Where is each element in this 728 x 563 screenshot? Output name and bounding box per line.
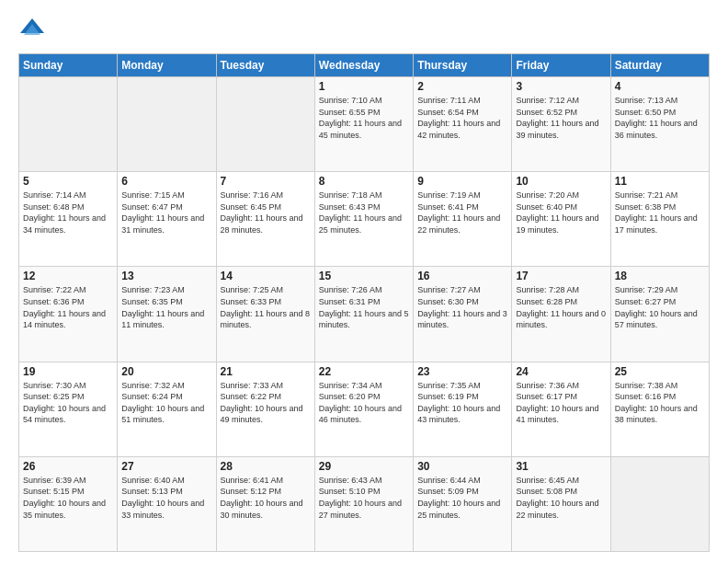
calendar-day-cell: 7Sunrise: 7:16 AM Sunset: 6:45 PM Daylig… <box>216 172 314 267</box>
day-number: 20 <box>121 365 211 378</box>
day-number: 22 <box>319 365 409 378</box>
day-info: Sunrise: 7:36 AM Sunset: 6:17 PM Dayligh… <box>516 380 606 426</box>
calendar-day-cell <box>216 77 314 172</box>
weekday-header-wednesday: Wednesday <box>314 54 413 77</box>
day-info: Sunrise: 6:40 AM Sunset: 5:13 PM Dayligh… <box>121 475 211 521</box>
weekday-header-sunday: Sunday <box>19 54 118 77</box>
calendar-day-cell: 3Sunrise: 7:12 AM Sunset: 6:52 PM Daylig… <box>512 77 610 172</box>
day-info: Sunrise: 7:29 AM Sunset: 6:27 PM Dayligh… <box>615 284 705 330</box>
day-info: Sunrise: 6:43 AM Sunset: 5:10 PM Dayligh… <box>319 475 409 521</box>
calendar-week-row: 19Sunrise: 7:30 AM Sunset: 6:25 PM Dayli… <box>19 362 710 456</box>
day-number: 11 <box>615 175 705 188</box>
day-number: 24 <box>516 365 606 378</box>
weekday-header-friday: Friday <box>512 54 610 77</box>
day-info: Sunrise: 7:23 AM Sunset: 6:35 PM Dayligh… <box>121 284 211 330</box>
calendar-day-cell: 1Sunrise: 7:10 AM Sunset: 6:55 PM Daylig… <box>314 77 413 172</box>
day-number: 18 <box>615 270 705 282</box>
day-number: 3 <box>516 80 606 93</box>
calendar-day-cell: 14Sunrise: 7:25 AM Sunset: 6:33 PM Dayli… <box>216 267 314 362</box>
calendar-day-cell: 5Sunrise: 7:14 AM Sunset: 6:48 PM Daylig… <box>19 172 118 267</box>
calendar-day-cell: 9Sunrise: 7:19 AM Sunset: 6:41 PM Daylig… <box>414 172 512 267</box>
day-info: Sunrise: 7:15 AM Sunset: 6:47 PM Dayligh… <box>121 190 211 236</box>
day-number: 2 <box>417 80 507 93</box>
day-info: Sunrise: 7:35 AM Sunset: 6:19 PM Dayligh… <box>417 380 507 426</box>
calendar-day-cell: 13Sunrise: 7:23 AM Sunset: 6:35 PM Dayli… <box>118 267 216 362</box>
calendar-day-cell: 15Sunrise: 7:26 AM Sunset: 6:31 PM Dayli… <box>314 267 413 362</box>
day-number: 13 <box>121 270 211 282</box>
day-info: Sunrise: 7:32 AM Sunset: 6:24 PM Dayligh… <box>121 380 211 426</box>
calendar-day-cell: 18Sunrise: 7:29 AM Sunset: 6:27 PM Dayli… <box>610 267 709 362</box>
calendar-day-cell: 10Sunrise: 7:20 AM Sunset: 6:40 PM Dayli… <box>512 172 610 267</box>
day-number: 5 <box>23 175 113 188</box>
day-info: Sunrise: 6:45 AM Sunset: 5:08 PM Dayligh… <box>516 475 606 521</box>
day-number: 26 <box>23 460 113 473</box>
day-number: 7 <box>221 175 311 188</box>
day-number: 29 <box>319 460 409 473</box>
day-info: Sunrise: 7:21 AM Sunset: 6:38 PM Dayligh… <box>615 190 705 236</box>
day-info: Sunrise: 7:12 AM Sunset: 6:52 PM Dayligh… <box>516 95 606 141</box>
day-info: Sunrise: 7:11 AM Sunset: 6:54 PM Dayligh… <box>417 95 507 141</box>
day-number: 15 <box>319 270 409 282</box>
day-number: 8 <box>319 175 409 188</box>
calendar-day-cell: 20Sunrise: 7:32 AM Sunset: 6:24 PM Dayli… <box>118 362 216 456</box>
calendar-week-row: 5Sunrise: 7:14 AM Sunset: 6:48 PM Daylig… <box>19 172 710 267</box>
day-number: 10 <box>516 175 606 188</box>
weekday-header-monday: Monday <box>118 54 216 77</box>
calendar-day-cell: 16Sunrise: 7:27 AM Sunset: 6:30 PM Dayli… <box>414 267 512 362</box>
day-number: 25 <box>615 365 705 378</box>
day-info: Sunrise: 7:27 AM Sunset: 6:30 PM Dayligh… <box>417 284 507 330</box>
calendar-day-cell: 24Sunrise: 7:36 AM Sunset: 6:17 PM Dayli… <box>512 362 610 456</box>
calendar-week-row: 12Sunrise: 7:22 AM Sunset: 6:36 PM Dayli… <box>19 267 710 362</box>
calendar-day-cell: 21Sunrise: 7:33 AM Sunset: 6:22 PM Dayli… <box>216 362 314 456</box>
day-info: Sunrise: 7:38 AM Sunset: 6:16 PM Dayligh… <box>615 380 705 426</box>
day-info: Sunrise: 7:22 AM Sunset: 6:36 PM Dayligh… <box>23 284 113 330</box>
day-info: Sunrise: 7:25 AM Sunset: 6:33 PM Dayligh… <box>221 284 311 330</box>
calendar-day-cell: 8Sunrise: 7:18 AM Sunset: 6:43 PM Daylig… <box>314 172 413 267</box>
calendar-day-cell: 29Sunrise: 6:43 AM Sunset: 5:10 PM Dayli… <box>314 456 413 551</box>
day-info: Sunrise: 7:20 AM Sunset: 6:40 PM Dayligh… <box>516 190 606 236</box>
day-info: Sunrise: 7:28 AM Sunset: 6:28 PM Dayligh… <box>516 284 606 330</box>
weekday-header-saturday: Saturday <box>610 54 709 77</box>
calendar-day-cell <box>610 456 709 551</box>
calendar-day-cell: 26Sunrise: 6:39 AM Sunset: 5:15 PM Dayli… <box>19 456 118 551</box>
day-info: Sunrise: 7:33 AM Sunset: 6:22 PM Dayligh… <box>221 380 311 426</box>
calendar-day-cell: 6Sunrise: 7:15 AM Sunset: 6:47 PM Daylig… <box>118 172 216 267</box>
day-info: Sunrise: 7:16 AM Sunset: 6:45 PM Dayligh… <box>221 190 311 236</box>
day-number: 30 <box>417 460 507 473</box>
calendar-day-cell: 30Sunrise: 6:44 AM Sunset: 5:09 PM Dayli… <box>414 456 512 551</box>
day-number: 28 <box>221 460 311 473</box>
day-info: Sunrise: 6:39 AM Sunset: 5:15 PM Dayligh… <box>23 475 113 521</box>
day-number: 27 <box>121 460 211 473</box>
day-info: Sunrise: 6:41 AM Sunset: 5:12 PM Dayligh… <box>221 475 311 521</box>
day-number: 31 <box>516 460 606 473</box>
day-info: Sunrise: 7:34 AM Sunset: 6:20 PM Dayligh… <box>319 380 409 426</box>
day-info: Sunrise: 7:18 AM Sunset: 6:43 PM Dayligh… <box>319 190 409 236</box>
calendar-week-row: 1Sunrise: 7:10 AM Sunset: 6:55 PM Daylig… <box>19 77 710 172</box>
day-info: Sunrise: 7:19 AM Sunset: 6:41 PM Dayligh… <box>417 190 507 236</box>
weekday-header-row: SundayMondayTuesdayWednesdayThursdayFrid… <box>19 54 710 77</box>
day-number: 14 <box>221 270 311 282</box>
calendar-day-cell: 4Sunrise: 7:13 AM Sunset: 6:50 PM Daylig… <box>610 77 709 172</box>
calendar-day-cell: 27Sunrise: 6:40 AM Sunset: 5:13 PM Dayli… <box>118 456 216 551</box>
day-info: Sunrise: 7:13 AM Sunset: 6:50 PM Dayligh… <box>615 95 705 141</box>
day-info: Sunrise: 6:44 AM Sunset: 5:09 PM Dayligh… <box>417 475 507 521</box>
day-number: 23 <box>417 365 507 378</box>
day-number: 4 <box>615 80 705 93</box>
day-number: 21 <box>221 365 311 378</box>
day-number: 1 <box>319 80 409 93</box>
calendar: SundayMondayTuesdayWednesdayThursdayFrid… <box>18 53 710 552</box>
day-number: 12 <box>23 270 113 282</box>
weekday-header-thursday: Thursday <box>414 54 512 77</box>
day-number: 19 <box>23 365 113 378</box>
calendar-day-cell: 25Sunrise: 7:38 AM Sunset: 6:16 PM Dayli… <box>610 362 709 456</box>
calendar-day-cell <box>19 77 118 172</box>
calendar-day-cell: 19Sunrise: 7:30 AM Sunset: 6:25 PM Dayli… <box>19 362 118 456</box>
calendar-day-cell: 31Sunrise: 6:45 AM Sunset: 5:08 PM Dayli… <box>512 456 610 551</box>
calendar-day-cell: 28Sunrise: 6:41 AM Sunset: 5:12 PM Dayli… <box>216 456 314 551</box>
calendar-day-cell: 11Sunrise: 7:21 AM Sunset: 6:38 PM Dayli… <box>610 172 709 267</box>
page: SundayMondayTuesdayWednesdayThursdayFrid… <box>0 0 728 563</box>
day-number: 17 <box>516 270 606 282</box>
calendar-day-cell: 22Sunrise: 7:34 AM Sunset: 6:20 PM Dayli… <box>314 362 413 456</box>
calendar-day-cell <box>118 77 216 172</box>
calendar-week-row: 26Sunrise: 6:39 AM Sunset: 5:15 PM Dayli… <box>19 456 710 551</box>
